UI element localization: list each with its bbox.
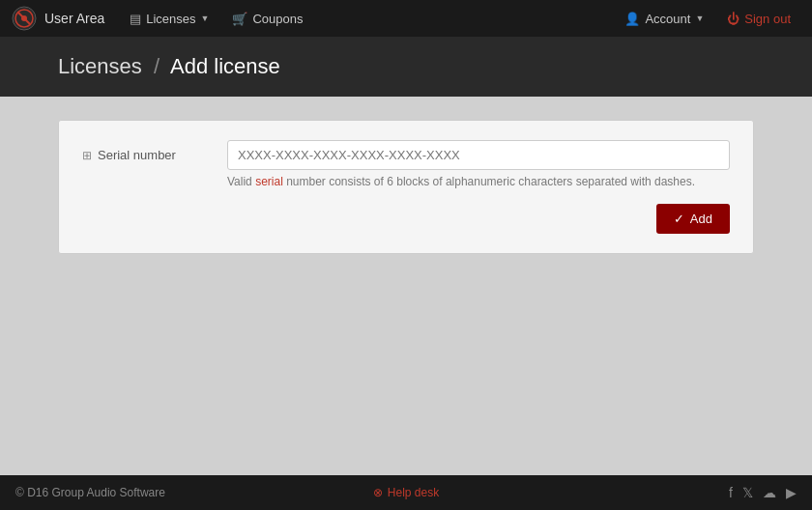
help-desk-link[interactable]: ⊗ Help desk — [276, 486, 536, 499]
serial-label-text: Serial number — [98, 148, 176, 162]
coupons-icon: 🛒 — [232, 12, 247, 26]
add-checkmark-icon: ✓ — [674, 212, 684, 226]
soundcloud-icon[interactable]: ☁ — [763, 485, 776, 500]
navbar-right: 👤 Account ▼ ⏻ Sign out — [615, 6, 800, 32]
serial-input[interactable] — [227, 140, 730, 170]
page-header: Licenses / Add license — [0, 37, 812, 97]
serial-form-row: ⊞ Serial number Valid serial number cons… — [82, 140, 730, 188]
nav-licenses-label: Licenses — [146, 12, 195, 26]
help-text-after: number consists of 6 blocks of alphanume… — [283, 175, 695, 188]
page-title: Licenses / Add license — [58, 54, 754, 79]
serial-input-wrapper: Valid serial number consists of 6 blocks… — [227, 140, 730, 188]
help-desk-icon: ⊗ — [373, 486, 383, 499]
account-label: Account — [645, 12, 690, 26]
form-actions: ✓ Add — [82, 204, 730, 234]
licenses-icon: ▤ — [130, 12, 141, 26]
twitter-icon[interactable]: 𝕏 — [742, 485, 753, 500]
nav-coupons-label: Coupons — [252, 12, 303, 26]
signout-icon: ⏻ — [727, 12, 740, 26]
youtube-icon[interactable]: ▶ — [786, 485, 797, 500]
account-caret-icon: ▼ — [695, 14, 704, 23]
serial-link[interactable]: serial — [255, 175, 283, 188]
serial-label: ⊞ Serial number — [82, 140, 208, 162]
footer: © D16 Group Audio Software ⊗ Help desk f… — [0, 475, 812, 510]
footer-social: f 𝕏 ☁ ▶ — [536, 485, 797, 500]
account-icon: 👤 — [624, 12, 640, 26]
footer-copyright: © D16 Group Audio Software — [15, 486, 276, 499]
facebook-icon[interactable]: f — [729, 485, 733, 500]
main-content: ⊞ Serial number Valid serial number cons… — [0, 97, 812, 475]
add-license-card: ⊞ Serial number Valid serial number cons… — [58, 120, 754, 254]
signout-label: Sign out — [744, 12, 791, 26]
breadcrumb-current: Add license — [170, 54, 280, 78]
account-menu[interactable]: 👤 Account ▼ — [615, 6, 713, 32]
breadcrumb-parent[interactable]: Licenses — [58, 54, 142, 78]
serial-help-text: Valid serial number consists of 6 blocks… — [227, 175, 730, 188]
signout-button[interactable]: ⏻ Sign out — [717, 6, 800, 32]
licenses-caret-icon: ▼ — [201, 14, 210, 23]
svg-point-3 — [21, 15, 27, 21]
breadcrumb-separator: / — [154, 54, 160, 78]
help-desk-label: Help desk — [388, 486, 439, 499]
nav-items: ▤ Licenses ▼ 🛒 Coupons — [120, 6, 615, 32]
brand-title: User Area — [44, 11, 104, 26]
nav-coupons[interactable]: 🛒 Coupons — [222, 6, 312, 32]
navbar-brand[interactable]: User Area — [12, 6, 104, 31]
navbar: User Area ▤ Licenses ▼ 🛒 Coupons 👤 Accou… — [0, 0, 812, 37]
brand-logo-icon — [12, 6, 37, 31]
help-text-before: Valid — [227, 175, 255, 188]
add-button[interactable]: ✓ Add — [656, 204, 730, 234]
nav-licenses[interactable]: ▤ Licenses ▼ — [120, 6, 218, 32]
serial-label-icon: ⊞ — [82, 149, 92, 162]
add-button-label: Add — [690, 212, 712, 226]
